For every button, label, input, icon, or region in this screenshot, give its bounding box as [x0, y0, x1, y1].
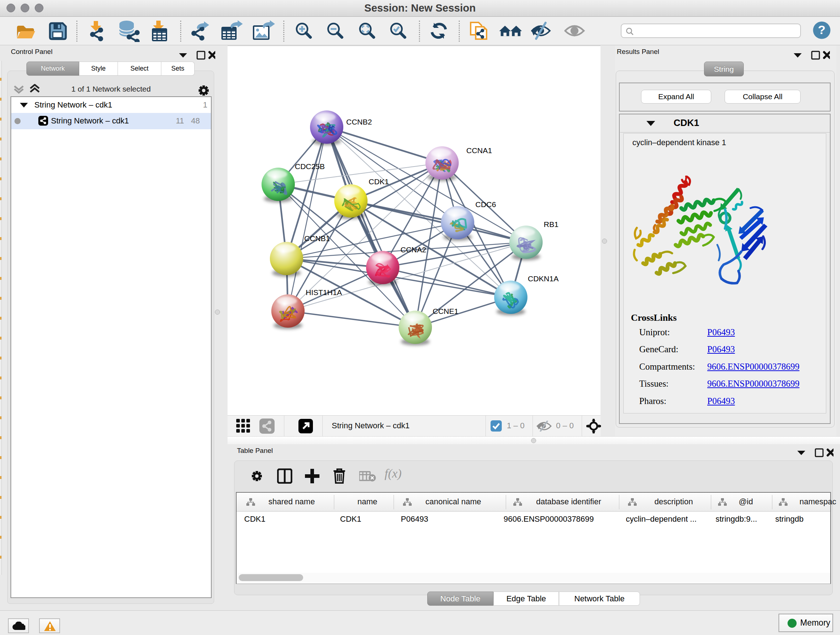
- svg-text:CCNB1: CCNB1: [304, 234, 330, 242]
- svg-text:?: ?: [818, 23, 826, 36]
- svg-text:CCNB2: CCNB2: [346, 118, 372, 126]
- svg-text:RB1: RB1: [544, 220, 559, 228]
- svg-text:CDC25B: CDC25B: [295, 162, 325, 171]
- svg-text:HIST1H1A: HIST1H1A: [306, 288, 342, 296]
- svg-text:CDC6: CDC6: [475, 200, 496, 209]
- svg-text:CDK1: CDK1: [369, 177, 389, 186]
- svg-text:CCNA2: CCNA2: [401, 245, 426, 254]
- svg-text:CDKN1A: CDKN1A: [528, 274, 559, 283]
- svg-text:CCNA1: CCNA1: [466, 146, 492, 155]
- svg-text:CCNE1: CCNE1: [433, 307, 458, 315]
